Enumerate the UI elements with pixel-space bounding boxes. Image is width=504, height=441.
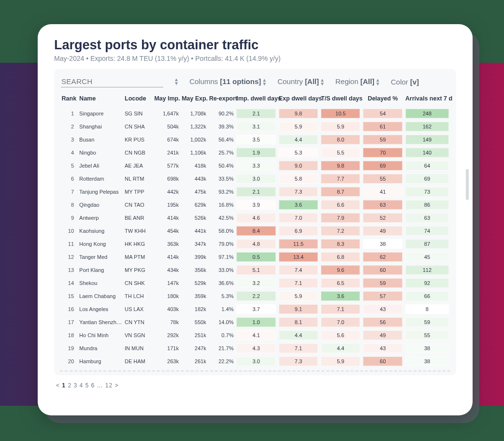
table-row[interactable]: 2ShanghaiCN SHA504k1,322k39.3%3.15.95.96… bbox=[60, 120, 450, 133]
table-row[interactable]: 14ShekouCN SHK147k529k36.6%3.27.16.55992 bbox=[60, 276, 450, 289]
col-header[interactable]: Name bbox=[78, 92, 123, 107]
cell: Hong Kong bbox=[78, 237, 123, 250]
search-input[interactable] bbox=[61, 76, 163, 87]
heat-cell: 74 bbox=[404, 224, 450, 237]
cell: 418k bbox=[180, 159, 208, 172]
col-header[interactable]: Exp dwell days bbox=[277, 92, 319, 107]
cell: 4 bbox=[60, 146, 78, 159]
table-row[interactable]: 18Ho Chi MinhVN SGN292k251k0.7%4.14.45.6… bbox=[60, 328, 450, 341]
cell: 11 bbox=[60, 237, 78, 250]
heat-cell: 2.1 bbox=[235, 185, 277, 198]
cell: 529k bbox=[180, 276, 208, 289]
heat-cell: 8 bbox=[404, 302, 450, 315]
table-row[interactable]: 17Yantian ShenzhenCN YTN78k550k14.0%1.08… bbox=[60, 315, 450, 328]
table-row[interactable]: 8QingdaoCN TAO195k629k16.8%3.93.66.66386 bbox=[60, 198, 450, 211]
col-header[interactable]: Arrivals next 7 d bbox=[404, 92, 450, 107]
cell: SG SIN bbox=[123, 107, 153, 120]
col-header[interactable]: Re-export bbox=[208, 92, 235, 107]
heat-cell: 70 bbox=[361, 146, 403, 159]
heat-cell: 1.9 bbox=[235, 146, 277, 159]
heat-cell: 3.5 bbox=[235, 133, 277, 146]
cell: 10 bbox=[60, 224, 78, 237]
cell: VN SGN bbox=[123, 328, 153, 341]
table-row[interactable]: 15Laem ChabangTH LCH180k359k5.3%2.25.93.… bbox=[60, 289, 450, 302]
heat-cell: 3.1 bbox=[235, 120, 277, 133]
col-header[interactable]: May Imp. bbox=[153, 92, 180, 107]
table-row[interactable]: 7Tanjung PelepasMY TPP442k475k93.2%2.17.… bbox=[60, 185, 450, 198]
cell: 526k bbox=[180, 211, 208, 224]
heat-cell: 49 bbox=[361, 328, 403, 341]
col-header[interactable]: Delayed % bbox=[361, 92, 403, 107]
cell: 36.6% bbox=[208, 276, 235, 289]
heat-cell: 9.8 bbox=[319, 159, 361, 172]
cell: 182k bbox=[180, 302, 208, 315]
sort-icon[interactable] bbox=[174, 78, 179, 85]
heat-cell: 8.0 bbox=[319, 133, 361, 146]
cell: 171k bbox=[153, 341, 180, 355]
col-header[interactable]: Locode bbox=[123, 92, 153, 107]
table-row[interactable]: 3BusanKR PUS674k1,002k56.4%3.54.48.05914… bbox=[60, 133, 450, 146]
cell: MA PTM bbox=[123, 250, 153, 263]
cell: 1 bbox=[60, 107, 78, 120]
cell: 1,647k bbox=[153, 107, 180, 120]
table-row[interactable]: 4NingboCN NGB241k1,106k25.7%1.95.35.5701… bbox=[60, 146, 450, 159]
col-header[interactable]: Imp. dwell days bbox=[235, 92, 277, 107]
country-selector[interactable]: Country [All] bbox=[277, 77, 325, 86]
table-row[interactable]: 12Tanger MedMA PTM414k399k97.1%0.513.46.… bbox=[60, 250, 450, 263]
cell: 577k bbox=[153, 159, 180, 172]
table-row[interactable]: 9AntwerpBE ANR414k526k42.5%4.67.07.95263 bbox=[60, 211, 450, 224]
heat-cell: 3.7 bbox=[235, 302, 277, 315]
table-row[interactable]: 6RotterdamNL RTM698k443k33.5%3.05.87.755… bbox=[60, 172, 450, 185]
cell: MY PKG bbox=[123, 263, 153, 276]
cell: 7 bbox=[60, 185, 78, 198]
heat-cell: 7.0 bbox=[277, 211, 319, 224]
heat-cell: 5.5 bbox=[319, 146, 361, 159]
cell: 698k bbox=[153, 172, 180, 185]
table-row[interactable]: 11Hong KongHK HKG363k347k79.0%4.811.58.3… bbox=[60, 237, 450, 250]
cell: MY TPP bbox=[123, 185, 153, 198]
col-header[interactable]: Rank bbox=[60, 92, 78, 107]
table-row[interactable]: 10KaohsiungTW KHH454k441k58.0%8.46.97.24… bbox=[60, 224, 450, 237]
cell: 263k bbox=[153, 355, 180, 368]
cell: CN SHK bbox=[123, 276, 153, 289]
cell: Busan bbox=[78, 133, 123, 146]
cell: HK HKG bbox=[123, 237, 153, 250]
cell: AE JEA bbox=[123, 159, 153, 172]
heat-cell: 7.3 bbox=[277, 355, 319, 368]
scrollbar-thumb[interactable] bbox=[466, 169, 469, 200]
region-selector[interactable]: Region [All] bbox=[335, 77, 380, 86]
heat-cell: 54 bbox=[361, 107, 403, 120]
color-selector[interactable]: Color [v] bbox=[391, 78, 419, 86]
heat-cell: 62 bbox=[361, 250, 403, 263]
cell: CN YTN bbox=[123, 315, 153, 328]
cell: 14.0% bbox=[208, 315, 235, 328]
heat-cell: 5.9 bbox=[319, 120, 361, 133]
cell: 2 bbox=[60, 120, 78, 133]
table-row[interactable]: 1SingaporeSG SIN1,647k1,708k90.2%2.19.81… bbox=[60, 107, 450, 120]
columns-selector[interactable]: Columns [11 options] bbox=[189, 77, 267, 86]
cell: 39.3% bbox=[208, 120, 235, 133]
cell: NL RTM bbox=[123, 172, 153, 185]
cell: 8 bbox=[60, 198, 78, 211]
cell: 414k bbox=[153, 211, 180, 224]
table-row[interactable]: 20HamburgDE HAM263k261k22.2%3.07.35.9603… bbox=[60, 355, 450, 368]
table-row[interactable]: 16Los AngelesUS LAX403k182k1.4%3.79.17.1… bbox=[60, 302, 450, 315]
table-row[interactable]: 19MundraIN MUN171k247k21.7%4.37.14.44338 bbox=[60, 341, 450, 355]
cell: Ningbo bbox=[78, 146, 123, 159]
cell: Kaohsiung bbox=[78, 224, 123, 237]
cell: 504k bbox=[153, 120, 180, 133]
table-row[interactable]: 13Port KlangMY PKG434k356k33.0%5.17.49.6… bbox=[60, 263, 450, 276]
table-row[interactable]: 5Jebel AliAE JEA577k418k50.4%3.39.09.869… bbox=[60, 159, 450, 172]
cell: 195k bbox=[153, 198, 180, 211]
col-header[interactable]: May Exp. bbox=[180, 92, 208, 107]
controls-bar: Columns [11 options] Country [All] Regio… bbox=[60, 74, 450, 92]
ports-table: RankNameLocodeMay Imp.May Exp.Re-exportI… bbox=[60, 92, 450, 368]
cell: CN NGB bbox=[123, 146, 153, 159]
heat-cell: 56 bbox=[361, 315, 403, 328]
cell: 442k bbox=[153, 185, 180, 198]
col-header[interactable]: T/S dwell days bbox=[319, 92, 361, 107]
heat-cell: 60 bbox=[361, 355, 403, 368]
heat-cell: 9.0 bbox=[277, 159, 319, 172]
cell: 347k bbox=[180, 237, 208, 250]
pagination[interactable]: < 1 2 3 4 5 6 … 12 > bbox=[54, 375, 456, 389]
